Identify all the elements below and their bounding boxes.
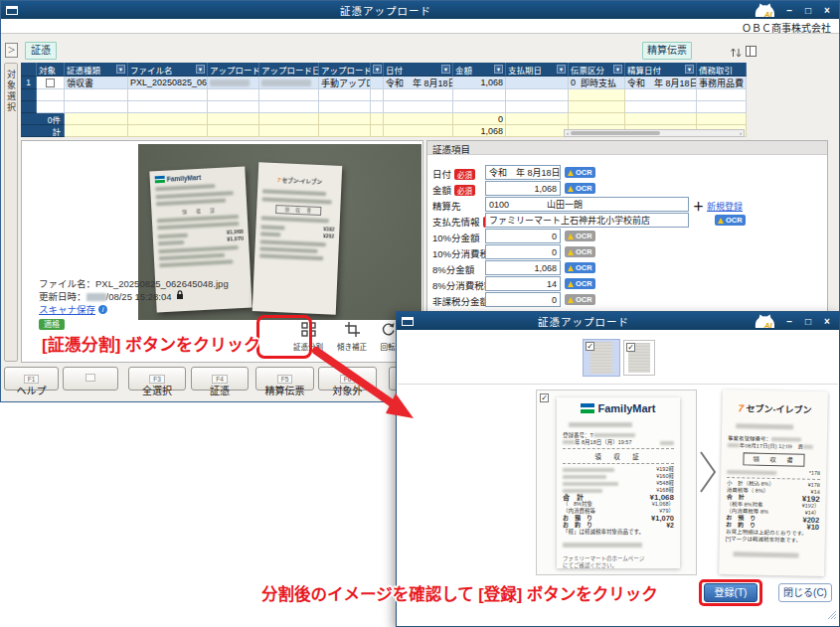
amount-8-field[interactable]: 1,068 bbox=[485, 260, 561, 275]
sidebar-target-select[interactable]: 対象選択 bbox=[4, 63, 18, 362]
row-due-date-cell[interactable] bbox=[506, 77, 569, 89]
warning-icon bbox=[568, 249, 574, 255]
payee-code-field[interactable]: 0100 bbox=[485, 197, 545, 212]
table-row[interactable] bbox=[21, 89, 747, 101]
date-field[interactable]: 令和 年 8月18日 bbox=[485, 165, 561, 180]
row-checkbox[interactable] bbox=[46, 78, 55, 87]
edit-cell[interactable] bbox=[569, 89, 625, 101]
ocr-badge[interactable]: OCR bbox=[565, 246, 595, 257]
amount-10-field[interactable]: 0 bbox=[485, 229, 561, 243]
deskew-icon bbox=[345, 322, 360, 337]
row-type-cell[interactable]: 領収書 bbox=[65, 77, 128, 89]
resize-grip[interactable] bbox=[826, 606, 837, 624]
collapse-button[interactable]: ＞ bbox=[5, 43, 18, 58]
minimize-button[interactable]: – bbox=[782, 5, 796, 16]
row-date-cell[interactable]: 令和 年 8月18日 bbox=[384, 77, 453, 89]
fkey-shohyo[interactable]: F4証憑 bbox=[191, 367, 249, 391]
ocr-badge[interactable]: OCR bbox=[565, 262, 595, 273]
seisan-denpyo-button[interactable]: 精算伝票 bbox=[642, 42, 692, 60]
table-row[interactable] bbox=[21, 101, 747, 113]
maximize-button[interactable]: □ bbox=[801, 5, 815, 16]
col-type[interactable]: 証憑種類▼ bbox=[65, 63, 128, 77]
row-settle-date-cell[interactable]: 令和 年 8月18日 bbox=[625, 77, 697, 89]
count-amount: 0 bbox=[453, 113, 506, 125]
filter-icon[interactable]: ▼ bbox=[116, 65, 125, 74]
col-debt[interactable]: 債務取引 bbox=[697, 63, 747, 77]
fkey-exclude[interactable]: F6対象外 bbox=[318, 367, 377, 391]
sort-icon[interactable] bbox=[730, 45, 743, 63]
ocr-badge[interactable]: OCR bbox=[565, 231, 595, 241]
col-mini[interactable]: ▼ bbox=[371, 63, 384, 77]
col-date[interactable]: 日付▼ bbox=[384, 63, 453, 77]
ocr-badge[interactable]: OCR bbox=[565, 294, 595, 305]
minimize-button[interactable]: – bbox=[782, 316, 796, 327]
fkey-select-all[interactable]: F3全選択 bbox=[128, 367, 186, 391]
row-upload-datetime-cell[interactable] bbox=[259, 77, 319, 89]
close-button[interactable]: × bbox=[820, 5, 834, 16]
new-registration-link[interactable]: 新規登録 bbox=[707, 200, 743, 213]
scanner-save-link[interactable]: スキャナ保存 bbox=[39, 303, 95, 316]
thumbnail-2[interactable]: ✓ bbox=[623, 340, 655, 376]
row-target-cell[interactable] bbox=[37, 77, 65, 89]
col-upload-method[interactable]: アップロード方法▼ bbox=[319, 63, 371, 77]
thumbnail-1-checkbox[interactable]: ✓ bbox=[586, 342, 594, 351]
ocr-badge[interactable]: OCR bbox=[715, 215, 746, 226]
maximize-button[interactable]: □ bbox=[801, 316, 815, 327]
row-upload-method-cell[interactable]: 手動アップロード bbox=[319, 77, 371, 89]
close-dialog-button[interactable]: 閉じる(C) bbox=[778, 583, 832, 602]
row-amount-cell[interactable]: 1,068 bbox=[453, 77, 506, 89]
tax-10-field[interactable]: 0 bbox=[485, 244, 561, 259]
column-settings-icon[interactable] bbox=[746, 46, 756, 57]
col-settle-date[interactable]: 精算日付▼ bbox=[625, 63, 697, 77]
filter-icon[interactable]: ▼ bbox=[494, 65, 503, 74]
filter-icon[interactable]: ▼ bbox=[557, 65, 566, 74]
payee-name-field[interactable]: 山田一朗 bbox=[544, 197, 689, 212]
filter-icon[interactable]: ▼ bbox=[373, 65, 382, 74]
file-name-line: ファイル名：PXL_20250825_062645048.jpg bbox=[39, 277, 229, 290]
grid-horizontal-scrollbar[interactable]: ‹ › bbox=[564, 129, 745, 137]
ocr-badge[interactable]: OCR bbox=[565, 278, 595, 289]
split-arrow-chevron bbox=[698, 449, 718, 499]
row-filename-cell[interactable]: PXL_20250825_0626 bbox=[128, 77, 208, 89]
row-uploader-cell[interactable] bbox=[208, 77, 259, 89]
close-button[interactable]: × bbox=[820, 316, 834, 327]
col-due-date[interactable]: 支払期日▼ bbox=[506, 63, 569, 77]
row-slip-type-cell[interactable]: 0即時支払 bbox=[569, 77, 625, 89]
table-row[interactable]: 1 領収書 PXL_20250825_0626 手動アップロード 令和 年 8月… bbox=[21, 77, 747, 89]
filter-icon[interactable]: ▼ bbox=[441, 65, 450, 74]
scroll-right-arrow[interactable]: › bbox=[738, 130, 744, 136]
filter-icon[interactable]: ▼ bbox=[613, 65, 622, 74]
edit-cell[interactable] bbox=[569, 101, 625, 113]
grid-count-row: 0件 0 bbox=[21, 113, 747, 125]
amount-field[interactable]: 1,068 bbox=[485, 181, 561, 196]
deskew-tool[interactable]: 傾き補正 bbox=[332, 322, 372, 352]
thumbnail-2-checkbox[interactable]: ✓ bbox=[626, 343, 635, 352]
ocr-badge[interactable]: OCR bbox=[565, 183, 595, 194]
row-mini-cell[interactable] bbox=[371, 77, 384, 89]
preview-checkbox[interactable]: ✓ bbox=[540, 393, 549, 402]
required-badge: 必須 bbox=[454, 185, 475, 196]
ocr-badge[interactable]: OCR bbox=[565, 167, 595, 178]
col-uploader[interactable]: アップロード者名▼ bbox=[208, 63, 259, 77]
filter-icon[interactable]: ▼ bbox=[685, 65, 694, 74]
exempt-amount-field[interactable]: 0 bbox=[485, 292, 561, 307]
tab-shohyo[interactable]: 証憑 bbox=[25, 42, 57, 60]
row-debt-cell[interactable]: 事務用品費 bbox=[697, 77, 747, 89]
fkey-seisan-denpyo[interactable]: F5精算伝票 bbox=[255, 367, 314, 391]
fkey-help[interactable]: F1ヘルプ bbox=[4, 367, 59, 391]
scroll-thumb[interactable] bbox=[571, 131, 660, 135]
filter-icon[interactable]: ▼ bbox=[196, 65, 205, 74]
required-badge: 必須 bbox=[454, 169, 475, 180]
col-filename[interactable]: ファイル名▼ bbox=[128, 63, 208, 77]
col-upload-datetime[interactable]: アップロード日時▼ bbox=[259, 63, 319, 77]
split-preview-panel: ✓ FamilyMart 登録番号：T 年 8月18日（月）19:57 領 収 … bbox=[536, 390, 697, 575]
fkey-blank[interactable] bbox=[63, 367, 118, 391]
payee-info-field[interactable]: ファミリーマート上石神井北小学校前店 bbox=[485, 213, 689, 228]
col-target[interactable]: 対象 bbox=[37, 63, 65, 77]
col-slip-type[interactable]: 伝票区分▼ bbox=[569, 63, 625, 77]
add-payee-icon[interactable]: ＋ bbox=[693, 198, 704, 214]
col-amount[interactable]: 金額▼ bbox=[453, 63, 506, 77]
tax-8-field[interactable]: 14 bbox=[485, 276, 561, 291]
info-icon[interactable]: i bbox=[98, 305, 107, 314]
thumbnail-1[interactable]: ✓ bbox=[583, 339, 620, 377]
